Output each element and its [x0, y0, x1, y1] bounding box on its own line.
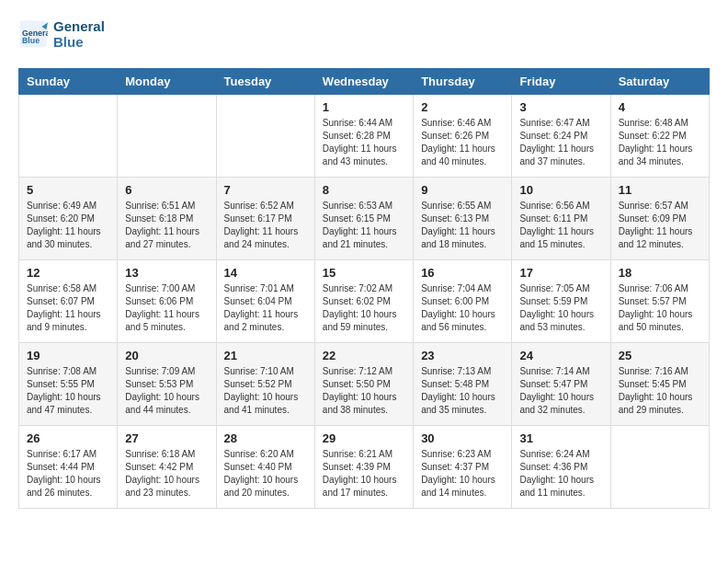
svg-text:Blue: Blue — [22, 36, 40, 45]
calendar-cell — [118, 95, 216, 178]
calendar-cell: 12Sunrise: 6:58 AM Sunset: 6:07 PM Dayli… — [19, 260, 118, 343]
day-number: 9 — [421, 183, 504, 197]
day-number: 14 — [224, 266, 307, 280]
calendar-header-tuesday: Tuesday — [216, 69, 314, 95]
day-info: Sunrise: 6:49 AM Sunset: 6:20 PM Dayligh… — [27, 200, 109, 251]
top-area: General Blue General Blue — [18, 18, 710, 59]
day-number: 31 — [519, 431, 602, 445]
calendar-cell: 18Sunrise: 7:06 AM Sunset: 5:57 PM Dayli… — [610, 260, 709, 343]
calendar-week-row: 5Sunrise: 6:49 AM Sunset: 6:20 PM Daylig… — [19, 178, 710, 260]
day-number: 19 — [27, 349, 109, 362]
calendar-cell: 16Sunrise: 7:04 AM Sunset: 6:00 PM Dayli… — [414, 260, 512, 343]
calendar-cell: 25Sunrise: 7:16 AM Sunset: 5:45 PM Dayli… — [610, 343, 709, 426]
day-info: Sunrise: 7:10 AM Sunset: 5:52 PM Dayligh… — [224, 365, 307, 417]
calendar-cell: 11Sunrise: 6:57 AM Sunset: 6:09 PM Dayli… — [610, 178, 709, 260]
calendar-cell: 6Sunrise: 6:51 AM Sunset: 6:18 PM Daylig… — [118, 178, 216, 260]
day-number: 4 — [619, 100, 701, 114]
calendar-cell: 14Sunrise: 7:01 AM Sunset: 6:04 PM Dayli… — [216, 260, 314, 343]
day-number: 27 — [125, 431, 208, 445]
day-info: Sunrise: 7:06 AM Sunset: 5:57 PM Dayligh… — [619, 282, 701, 334]
calendar-cell: 2Sunrise: 6:46 AM Sunset: 6:26 PM Daylig… — [414, 95, 512, 178]
day-info: Sunrise: 6:23 AM Sunset: 4:37 PM Dayligh… — [421, 448, 504, 500]
calendar-cell: 9Sunrise: 6:55 AM Sunset: 6:13 PM Daylig… — [414, 178, 512, 260]
day-info: Sunrise: 7:05 AM Sunset: 5:59 PM Dayligh… — [519, 282, 602, 334]
calendar-cell: 13Sunrise: 7:00 AM Sunset: 6:06 PM Dayli… — [118, 260, 216, 343]
calendar: SundayMondayTuesdayWednesdayThursdayFrid… — [18, 68, 710, 509]
day-info: Sunrise: 6:55 AM Sunset: 6:13 PM Dayligh… — [421, 200, 504, 251]
day-info: Sunrise: 6:58 AM Sunset: 6:07 PM Dayligh… — [27, 282, 109, 334]
day-number: 21 — [224, 349, 307, 362]
calendar-cell: 8Sunrise: 6:53 AM Sunset: 6:15 PM Daylig… — [314, 178, 413, 260]
calendar-cell: 20Sunrise: 7:09 AM Sunset: 5:53 PM Dayli… — [118, 343, 216, 426]
day-number: 29 — [323, 431, 405, 445]
calendar-cell — [19, 95, 118, 178]
calendar-cell: 10Sunrise: 6:56 AM Sunset: 6:11 PM Dayli… — [512, 178, 610, 260]
calendar-cell: 27Sunrise: 6:18 AM Sunset: 4:42 PM Dayli… — [118, 426, 216, 509]
calendar-cell: 3Sunrise: 6:47 AM Sunset: 6:24 PM Daylig… — [512, 95, 610, 178]
day-number: 15 — [323, 266, 405, 280]
day-number: 2 — [421, 100, 504, 114]
calendar-header-row: SundayMondayTuesdayWednesdayThursdayFrid… — [19, 69, 710, 95]
calendar-cell: 17Sunrise: 7:05 AM Sunset: 5:59 PM Dayli… — [512, 260, 610, 343]
calendar-cell: 23Sunrise: 7:13 AM Sunset: 5:48 PM Dayli… — [414, 343, 512, 426]
day-info: Sunrise: 6:48 AM Sunset: 6:22 PM Dayligh… — [619, 117, 701, 168]
day-number: 28 — [224, 431, 307, 445]
day-number: 20 — [125, 349, 208, 362]
calendar-cell: 30Sunrise: 6:23 AM Sunset: 4:37 PM Dayli… — [414, 426, 512, 509]
day-number: 12 — [27, 266, 109, 280]
calendar-cell: 28Sunrise: 6:20 AM Sunset: 4:40 PM Dayli… — [216, 426, 314, 509]
day-info: Sunrise: 6:46 AM Sunset: 6:26 PM Dayligh… — [421, 117, 504, 168]
logo-blue: Blue — [53, 34, 105, 50]
day-info: Sunrise: 6:57 AM Sunset: 6:09 PM Dayligh… — [619, 200, 701, 251]
calendar-cell: 19Sunrise: 7:08 AM Sunset: 5:55 PM Dayli… — [19, 343, 118, 426]
calendar-cell — [610, 426, 709, 509]
calendar-cell: 1Sunrise: 6:44 AM Sunset: 6:28 PM Daylig… — [314, 95, 413, 178]
calendar-cell: 21Sunrise: 7:10 AM Sunset: 5:52 PM Dayli… — [216, 343, 314, 426]
day-info: Sunrise: 7:14 AM Sunset: 5:47 PM Dayligh… — [519, 365, 602, 417]
day-info: Sunrise: 7:08 AM Sunset: 5:55 PM Dayligh… — [27, 365, 109, 417]
day-number: 6 — [125, 183, 208, 197]
day-info: Sunrise: 6:51 AM Sunset: 6:18 PM Dayligh… — [125, 200, 208, 251]
calendar-cell: 7Sunrise: 6:52 AM Sunset: 6:17 PM Daylig… — [216, 178, 314, 260]
calendar-header-friday: Friday — [512, 69, 610, 95]
calendar-cell — [216, 95, 314, 178]
calendar-cell: 31Sunrise: 6:24 AM Sunset: 4:36 PM Dayli… — [512, 426, 610, 509]
logo-icon: General Blue — [18, 19, 48, 49]
day-number: 1 — [323, 100, 405, 114]
day-number: 26 — [27, 431, 109, 445]
day-number: 11 — [619, 183, 701, 197]
day-number: 22 — [323, 349, 405, 362]
day-number: 17 — [519, 266, 602, 280]
day-info: Sunrise: 7:02 AM Sunset: 6:02 PM Dayligh… — [323, 282, 405, 334]
day-info: Sunrise: 7:13 AM Sunset: 5:48 PM Dayligh… — [421, 365, 504, 417]
calendar-week-row: 19Sunrise: 7:08 AM Sunset: 5:55 PM Dayli… — [19, 343, 710, 426]
calendar-week-row: 12Sunrise: 6:58 AM Sunset: 6:07 PM Dayli… — [19, 260, 710, 343]
day-info: Sunrise: 7:00 AM Sunset: 6:06 PM Dayligh… — [125, 282, 208, 334]
calendar-header-saturday: Saturday — [610, 69, 709, 95]
day-info: Sunrise: 7:12 AM Sunset: 5:50 PM Dayligh… — [323, 365, 405, 417]
day-info: Sunrise: 7:16 AM Sunset: 5:45 PM Dayligh… — [619, 365, 701, 417]
day-number: 16 — [421, 266, 504, 280]
day-number: 23 — [421, 349, 504, 362]
calendar-cell: 29Sunrise: 6:21 AM Sunset: 4:39 PM Dayli… — [314, 426, 413, 509]
day-number: 3 — [519, 100, 602, 114]
day-info: Sunrise: 6:21 AM Sunset: 4:39 PM Dayligh… — [323, 448, 405, 500]
day-number: 18 — [619, 266, 701, 280]
calendar-cell: 4Sunrise: 6:48 AM Sunset: 6:22 PM Daylig… — [610, 95, 709, 178]
day-number: 25 — [619, 349, 701, 362]
day-info: Sunrise: 6:53 AM Sunset: 6:15 PM Dayligh… — [323, 200, 405, 251]
day-info: Sunrise: 6:17 AM Sunset: 4:44 PM Dayligh… — [27, 448, 109, 500]
day-number: 13 — [125, 266, 208, 280]
calendar-cell: 24Sunrise: 7:14 AM Sunset: 5:47 PM Dayli… — [512, 343, 610, 426]
calendar-cell: 15Sunrise: 7:02 AM Sunset: 6:02 PM Dayli… — [314, 260, 413, 343]
day-info: Sunrise: 6:52 AM Sunset: 6:17 PM Dayligh… — [224, 200, 307, 251]
day-info: Sunrise: 7:09 AM Sunset: 5:53 PM Dayligh… — [125, 365, 208, 417]
day-number: 24 — [519, 349, 602, 362]
day-info: Sunrise: 7:04 AM Sunset: 6:00 PM Dayligh… — [421, 282, 504, 334]
day-info: Sunrise: 7:01 AM Sunset: 6:04 PM Dayligh… — [224, 282, 307, 334]
day-number: 8 — [323, 183, 405, 197]
calendar-header-thursday: Thursday — [414, 69, 512, 95]
day-info: Sunrise: 6:47 AM Sunset: 6:24 PM Dayligh… — [519, 117, 602, 168]
day-number: 5 — [27, 183, 109, 197]
day-number: 7 — [224, 183, 307, 197]
